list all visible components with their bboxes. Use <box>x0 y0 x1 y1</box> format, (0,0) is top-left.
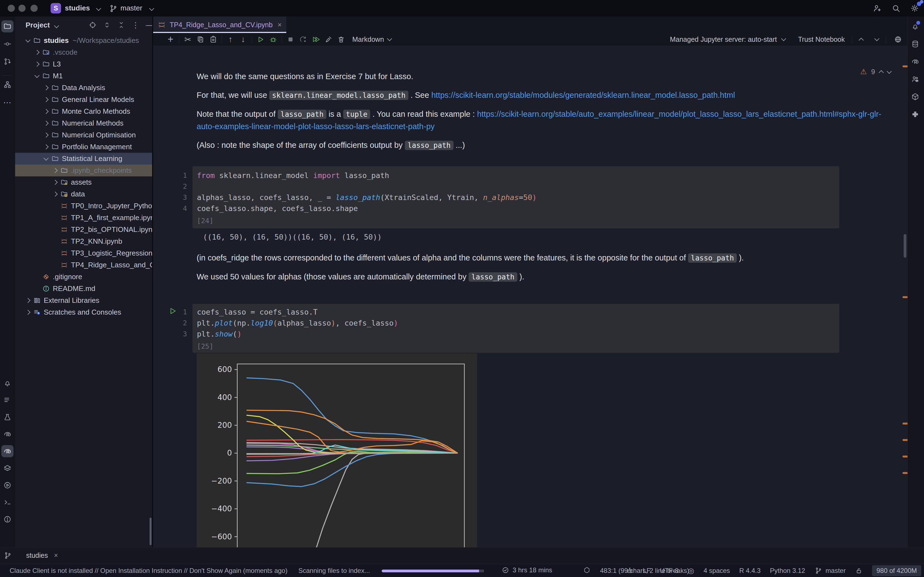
chevron-down-icon[interactable] <box>32 75 42 77</box>
problems-tool-button[interactable] <box>2 513 13 525</box>
tree-item[interactable]: data <box>15 188 152 200</box>
code-line[interactable]: from sklearn.linear_model import lasso_p… <box>197 170 839 181</box>
code-line[interactable]: coefs_lasso = coefs_lasso.T <box>197 307 839 318</box>
todo-tool-button[interactable] <box>2 394 13 406</box>
markdown-cell[interactable]: (in coefs_ridge the rows corresponded to… <box>197 252 881 290</box>
ai-assistant-icon[interactable] <box>626 567 633 575</box>
tree-item[interactable]: L3 <box>15 58 152 70</box>
status-message[interactable]: Claude Client is not installed // Open I… <box>10 567 288 575</box>
code-line[interactable]: coefs_lasso.shape, coefs_lasso.shape <box>197 203 839 214</box>
terminal-tool-button[interactable] <box>2 496 13 508</box>
time-tracked[interactable]: 3 hrs 18 mins <box>513 566 552 574</box>
r-interpreter[interactable]: R 4.4.3 <box>739 567 760 575</box>
tree-item[interactable]: .vscode <box>15 47 152 58</box>
chevron-right-icon[interactable] <box>51 169 60 172</box>
plugins-button[interactable] <box>909 108 921 120</box>
paste-cell-button[interactable] <box>207 34 220 45</box>
tree-item[interactable]: TP1_A_first_example.ipynb <box>15 212 152 224</box>
window-minimize-button[interactable] <box>18 5 26 12</box>
chevron-down-icon[interactable] <box>42 158 51 160</box>
delete-cell-button[interactable] <box>335 34 347 45</box>
line-separator[interactable]: LF <box>643 567 651 575</box>
restart-kernel-button[interactable] <box>297 34 309 45</box>
chevron-right-icon[interactable] <box>42 145 51 149</box>
hyperlink[interactable]: https://scikit-learn.org/stable/modules/… <box>431 91 735 100</box>
chevron-right-icon[interactable] <box>42 86 51 90</box>
code-line[interactable]: plt.show() <box>197 329 839 340</box>
commit-tool-button[interactable] <box>2 38 13 50</box>
dependencies-tool-button[interactable] <box>2 462 13 474</box>
chevron-right-icon[interactable] <box>42 110 51 113</box>
markdown-cell[interactable]: We will do the same questions as in Exer… <box>197 70 881 158</box>
git-branch-widget[interactable]: master <box>814 567 846 575</box>
notifications-button[interactable] <box>909 20 921 32</box>
tree-item[interactable]: General Linear Models <box>15 94 152 105</box>
collapse-all-button[interactable] <box>118 21 125 29</box>
chevron-right-icon[interactable] <box>42 98 51 102</box>
trust-notebook-button[interactable]: Trust Notebook <box>798 35 845 44</box>
tree-item[interactable]: Scratches and Consoles <box>15 306 152 318</box>
cut-cell-button[interactable]: ✂ <box>181 34 194 45</box>
move-cell-down-button[interactable]: ↓ <box>237 34 249 45</box>
expand-all-button[interactable] <box>103 21 111 29</box>
r-console-tool-button[interactable]: R <box>2 428 13 440</box>
locate-file-button[interactable] <box>89 21 97 29</box>
tree-item[interactable]: TP4_Ridge_Lasso_and_CV.ipynb <box>15 259 152 271</box>
build-tool-button[interactable] <box>2 411 13 423</box>
hide-panel-button[interactable]: — <box>146 21 152 29</box>
branch-switcher[interactable]: master <box>120 4 142 12</box>
editor-scrollbar[interactable] <box>904 234 906 258</box>
code-line[interactable]: plt.plot(np.log10(alphas_lasso), coefs_l… <box>197 318 839 329</box>
prev-cell-button[interactable] <box>859 38 864 43</box>
pull-requests-tool-button[interactable] <box>2 55 13 68</box>
copy-cell-button[interactable] <box>194 34 207 45</box>
chevron-right-icon[interactable] <box>32 62 42 66</box>
tool-tab-close-button[interactable]: × <box>54 551 58 559</box>
window-zoom-button[interactable] <box>31 5 38 12</box>
tab-notebook[interactable]: TP4_Ridge_Lasso_and_CV.ipynb × <box>153 16 286 33</box>
database-tool-button[interactable] <box>909 38 921 50</box>
panel-scrollbar[interactable] <box>150 517 152 545</box>
lock-icon[interactable] <box>855 567 863 575</box>
tree-item[interactable]: README.md <box>15 283 152 295</box>
project-switcher[interactable]: studies <box>65 4 90 12</box>
chevron-right-icon[interactable] <box>32 50 42 54</box>
tree-item[interactable]: Statistical Learning <box>15 153 152 164</box>
next-cell-button[interactable] <box>874 36 879 41</box>
tree-item[interactable]: assets <box>15 176 152 188</box>
clear-outputs-button[interactable] <box>322 34 335 45</box>
code-line[interactable]: alphas_lasso, coefs_lasso, _ = lasso_pat… <box>197 192 839 203</box>
jupyter-server-selector[interactable]: Managed Jupyter server: auto-start <box>670 35 777 44</box>
globe-icon[interactable] <box>893 34 903 45</box>
project-tool-button[interactable] <box>2 20 13 32</box>
file-encoding[interactable]: UTF-8 <box>660 567 679 575</box>
add-user-button[interactable] <box>873 4 882 13</box>
tree-item[interactable]: External Libraries <box>15 295 152 306</box>
version-control-tool-button[interactable] <box>3 551 12 560</box>
tree-item[interactable]: Data Analysis <box>15 82 152 94</box>
tree-item[interactable]: Portfolio Management <box>15 141 152 153</box>
more-tool-windows-button[interactable]: ⋯ <box>2 96 13 108</box>
panel-options-button[interactable]: ⋮ <box>132 21 139 29</box>
move-cell-up-button[interactable]: ↑ <box>224 34 237 45</box>
python-interpreter[interactable]: Python 3.12 <box>770 567 805 575</box>
add-cell-button[interactable]: + <box>164 34 177 45</box>
settings-button[interactable] <box>910 4 919 13</box>
structure-tool-button[interactable] <box>2 79 13 91</box>
run-all-cells-button[interactable] <box>309 34 322 45</box>
tree-item[interactable]: TP2_bis_OPTIONAL.ipynb <box>15 224 152 235</box>
kernel-status-icon[interactable] <box>583 566 591 574</box>
tree-item[interactable]: TP2_KNN.ipynb <box>15 235 152 247</box>
indent-style[interactable]: 4 spaces <box>703 567 730 575</box>
chevron-down-icon[interactable] <box>23 39 32 42</box>
stop-kernel-button[interactable] <box>284 34 297 45</box>
chevron-right-icon[interactable] <box>42 121 51 125</box>
cell-type-dropdown[interactable]: Markdown <box>352 35 391 44</box>
tool-window-tab-studies[interactable]: studies × <box>26 551 58 559</box>
memory-indicator[interactable]: 980 of 4200M <box>872 565 921 576</box>
tree-item[interactable]: Numerical Methods <box>15 117 152 129</box>
chevron-right-icon[interactable] <box>51 181 60 184</box>
code-with-me-button[interactable] <box>909 73 921 85</box>
window-close-button[interactable] <box>8 5 15 12</box>
code-line[interactable] <box>197 181 839 192</box>
